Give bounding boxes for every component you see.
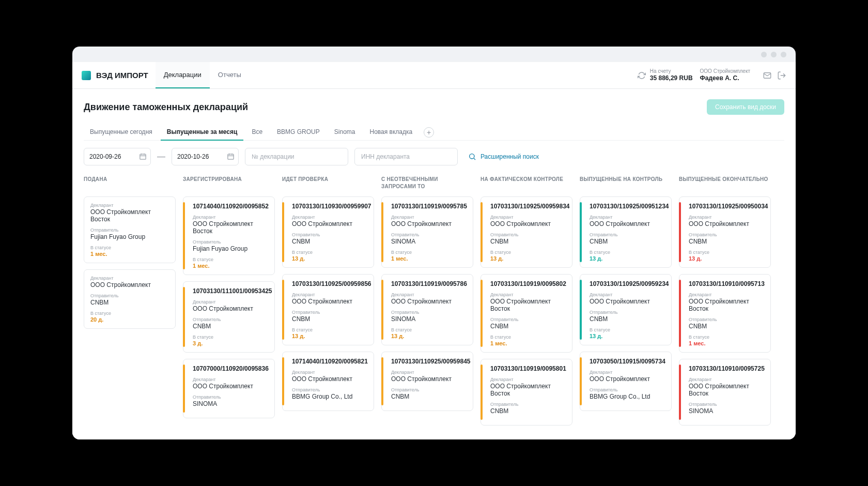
- window-control-dot[interactable]: [771, 52, 777, 57]
- sender-value: SINOMA: [193, 400, 268, 407]
- sender-label: Отправитель: [90, 227, 169, 233]
- declaration-card[interactable]: 10703130/110919/0095802ДекларантООО Стро…: [481, 274, 572, 353]
- declaration-id: 10703130/110919/0095802: [490, 280, 566, 287]
- kanban-board: ПОДАНАДекларантООО Стройкомплект ВостокО…: [84, 176, 784, 432]
- brand: ВЭД ИМПОРТ: [82, 71, 148, 80]
- balance-block: На счету 35 886,29 RUB: [650, 68, 693, 83]
- declaration-card[interactable]: 10703130/110925/00950034ДекларантООО Стр…: [679, 196, 771, 268]
- nav-tab[interactable]: Отчеты: [210, 62, 250, 88]
- declaration-card[interactable]: 10703130/110919/0095786ДекларантООО Стро…: [381, 274, 473, 345]
- status-value: 1 мес.: [490, 340, 566, 346]
- filter-tab[interactable]: Новая вкладка: [363, 124, 419, 141]
- column-title: НА ФАКТИЧЕСКОМ КОНТРОЛЕ: [481, 176, 572, 191]
- board-column: ВЫПУЩЕННЫЕ ОКОНЧАТЕЛЬНО10703130/110925/0…: [679, 176, 771, 432]
- status-label: В статусе: [689, 250, 764, 255]
- declarant-label: Декларант: [292, 215, 367, 220]
- declaration-id: 10703130/110910/0095725: [689, 365, 764, 372]
- save-board-button[interactable]: Сохранить вид доски: [707, 99, 784, 115]
- declaration-id: 10703050/110915/0095734: [590, 358, 665, 365]
- declaration-card[interactable]: 10703130/111001/00953425ДекларантООО Стр…: [183, 281, 275, 353]
- status-value: 13 д.: [689, 255, 764, 262]
- advanced-search-label: Расширенный поиск: [481, 153, 539, 160]
- date-from-input[interactable]: [84, 148, 151, 165]
- declaration-id: 10714040/110920/0095852: [193, 203, 268, 210]
- sender-label: Отправитель: [391, 387, 467, 392]
- date-range-dash: —: [157, 152, 165, 161]
- content-area: Движение таможенных деклараций Сохранить…: [72, 89, 796, 439]
- filter-tab[interactable]: Все: [245, 124, 269, 141]
- declaration-card[interactable]: ДекларантООО СтройкомплектОтправительCNB…: [84, 269, 176, 329]
- declaration-card[interactable]: 10707000/110920/0095836ДекларантООО Стро…: [183, 359, 275, 418]
- declaration-card[interactable]: 10714040/110920/0095821ДекларантООО Стро…: [282, 352, 374, 411]
- status-bar: [481, 364, 483, 420]
- declarant-value: ООО Стройкомплект Восток: [689, 298, 764, 312]
- status-bar: [580, 280, 582, 340]
- declaration-card[interactable]: 10703130/110910/0095713ДекларантООО Стро…: [679, 274, 771, 353]
- status-bar: [381, 202, 383, 262]
- declaration-id: 10703130/110925/00959834: [490, 203, 566, 210]
- declaration-card[interactable]: 10714040/110920/0095852ДекларантООО Стро…: [183, 196, 275, 275]
- declarant-value: ООО Стройкомплект: [391, 298, 467, 305]
- sender-label: Отправитель: [689, 402, 764, 407]
- refresh-icon[interactable]: [638, 71, 646, 80]
- declaration-card[interactable]: 10703130/110925/00951234ДекларантООО Стр…: [580, 196, 672, 268]
- sender-value: CNBM: [490, 407, 566, 415]
- board-column: С НЕОТВЕЧЕННЫМИ ЗАПРОСАМИ ТО10703130/110…: [381, 176, 473, 432]
- declarant-value: ООО Стройкомплект Восток: [193, 220, 268, 235]
- window-control-dot[interactable]: [761, 52, 767, 57]
- declaration-card[interactable]: 10703130/110919/0095801ДекларантООО Стро…: [481, 359, 572, 426]
- declaration-card[interactable]: 10703130/110925/00959234ДекларантООО Стр…: [580, 274, 672, 345]
- declaration-card[interactable]: 10703050/110915/0095734ДекларантООО Стро…: [580, 352, 672, 411]
- sender-label: Отправитель: [391, 232, 467, 237]
- filter-tab[interactable]: Выпущенные сегодня: [84, 124, 159, 141]
- declaration-card[interactable]: 10703130/110910/0095725ДекларантООО Стро…: [679, 359, 771, 426]
- nav-tab[interactable]: Декларации: [156, 62, 210, 88]
- column-title: ПОДАНА: [84, 176, 176, 191]
- date-to-input[interactable]: [172, 148, 239, 165]
- declaration-card[interactable]: 10703130/110925/00959856ДекларантООО Стр…: [282, 274, 374, 345]
- declarant-value: ООО Стройкомплект Восток: [90, 208, 169, 223]
- declaration-card[interactable]: 10703130/110919/0095785ДекларантООО Стро…: [381, 196, 473, 268]
- declaration-id: 10703130/110925/00950034: [689, 203, 764, 210]
- user-block: ООО Стройкомплект Фадеев А. С.: [700, 68, 750, 83]
- declarant-value: ООО Стройкомплект: [292, 298, 367, 305]
- filter-tab[interactable]: BBMG GROUP: [271, 124, 326, 141]
- declarant-value: ООО Стройкомплект: [90, 281, 169, 288]
- window-titlebar: [72, 47, 796, 62]
- page-header: Движение таможенных деклараций Сохранить…: [84, 99, 784, 115]
- mail-icon[interactable]: [763, 71, 772, 80]
- column-title: ВЫПУЩЕННЫЕ НА КОНТРОЛЬ: [580, 176, 672, 191]
- declarant-value: ООО Стройкомплект Восток: [490, 383, 566, 397]
- declaration-card[interactable]: 10703130/110925/00959845ДекларантООО Стр…: [381, 352, 473, 411]
- status-bar: [282, 202, 284, 262]
- balance-value: 35 886,29 RUB: [650, 74, 693, 83]
- sender-value: SINOMA: [391, 238, 467, 245]
- status-bar: [679, 202, 681, 262]
- sender-value: CNBM: [292, 238, 367, 245]
- declaration-id: 10703130/110919/0095786: [391, 280, 467, 287]
- sender-label: Отправитель: [391, 310, 467, 315]
- declaration-id: 10703130/110925/00959234: [590, 280, 665, 287]
- status-label: В статусе: [90, 245, 169, 250]
- sender-value: SINOMA: [391, 315, 467, 323]
- filter-tab[interactable]: Выпущенные за месяц: [161, 124, 244, 141]
- advanced-search-link[interactable]: Расширенный поиск: [468, 153, 539, 161]
- declaration-id: 10703130/110919/0095785: [391, 203, 467, 210]
- sender-value: CNBM: [490, 238, 566, 245]
- status-value: 1 мес.: [193, 263, 268, 269]
- sender-label: Отправитель: [193, 394, 268, 400]
- filter-tab[interactable]: Sinoma: [328, 124, 362, 141]
- declaration-card[interactable]: ДекларантООО Стройкомплект ВостокОтправи…: [84, 196, 176, 263]
- declaration-card[interactable]: 10703130/110925/00959834ДекларантООО Стр…: [481, 196, 572, 268]
- declaration-card[interactable]: 10703130/110930/00959907ДекларантООО Стр…: [282, 196, 374, 268]
- brand-logo-icon: [82, 71, 91, 80]
- status-label: В статусе: [689, 335, 764, 340]
- add-tab-button[interactable]: +: [424, 127, 434, 138]
- column-title: С НЕОТВЕЧЕННЫМИ ЗАПРОСАМИ ТО: [381, 176, 473, 191]
- declarant-label: Декларант: [193, 299, 268, 305]
- inn-input[interactable]: [354, 148, 458, 165]
- filter-bar: — Расширенный поиск: [84, 148, 784, 165]
- logout-icon[interactable]: [777, 71, 786, 80]
- declaration-no-input[interactable]: [245, 148, 348, 165]
- window-control-dot[interactable]: [781, 52, 786, 57]
